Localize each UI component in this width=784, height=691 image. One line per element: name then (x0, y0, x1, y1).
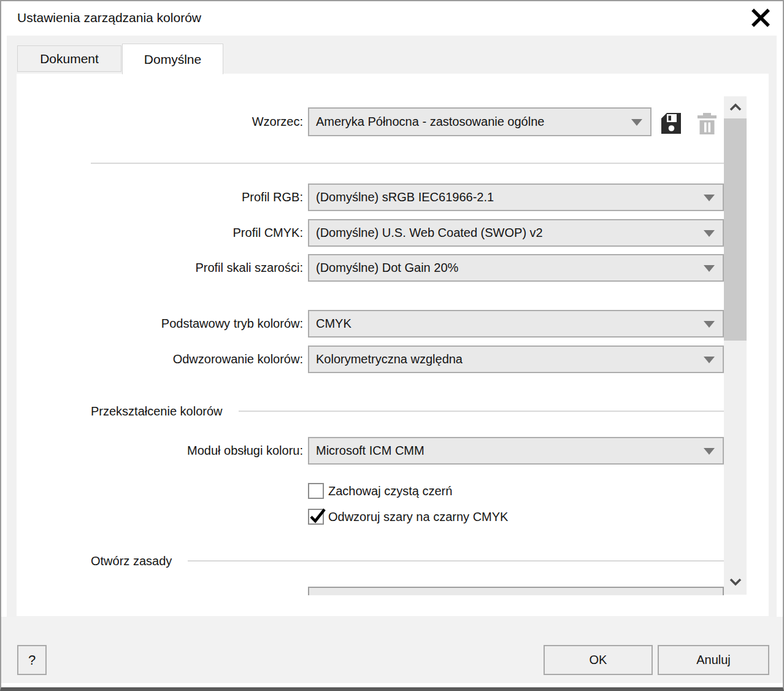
color-engine-row: Moduł obsługi koloru: Microsoft ICM CMM (17, 437, 769, 465)
primary-color-mode-row: Podstawowy tryb kolorów: CMYK (17, 310, 769, 338)
dialog-title: Ustawienia zarządzania kolorów (17, 10, 201, 25)
close-button[interactable] (747, 5, 774, 32)
preset-label: Wzorzec: (17, 107, 303, 136)
grayscale-profile-label: Profil skali szarości: (17, 254, 303, 282)
grayscale-profile-row: Profil skali szarości: (Domyślne) Dot Ga… (17, 254, 769, 282)
section-open-policies-label: Otwórz zasady (91, 554, 172, 568)
tab-panel: Dokument Domyślne Wzorzec: Ameryka Półno… (7, 36, 777, 617)
scroll-down-icon[interactable] (729, 577, 742, 589)
grayscale-profile-value: (Domyślne) Dot Gain 20% (316, 261, 458, 275)
rgb-profile-label: Profil RGB: (17, 183, 303, 211)
chevron-down-icon (704, 321, 715, 328)
section-rule (239, 411, 724, 412)
preserve-pure-black-row: Zachowaj czystą czerń (308, 483, 452, 499)
ok-button[interactable]: OK (544, 645, 653, 675)
checkmark-icon (309, 506, 327, 525)
separator (91, 163, 724, 164)
rendering-intent-row: Odwzorowanie kolorów: Kolorymetryczna wz… (17, 345, 769, 373)
map-gray-to-black-checkbox[interactable] (308, 509, 324, 525)
save-preset-floppy-icon (660, 128, 682, 137)
map-gray-to-black-label[interactable]: Odwzoruj szary na czarny CMYK (328, 510, 508, 524)
scroll-up-icon[interactable] (729, 103, 742, 114)
trash-icon (696, 128, 718, 137)
rendering-intent-select[interactable]: Kolorymetryczna względna (308, 345, 724, 373)
color-engine-select[interactable]: Microsoft ICM CMM (308, 437, 724, 465)
preserve-pure-black-label[interactable]: Zachowaj czystą czerń (328, 484, 452, 498)
vertical-scrollbar[interactable] (724, 96, 747, 595)
chevron-down-icon (704, 357, 715, 363)
tab-content: Wzorzec: Ameryka Północna - zastosowanie… (17, 74, 769, 616)
chevron-down-icon (704, 230, 715, 237)
scrollbar-thumb[interactable] (724, 118, 747, 341)
tab-dokument-label: Dokument (40, 52, 99, 66)
tab-dokument[interactable]: Dokument (17, 45, 121, 72)
preset-value: Ameryka Północna - zastosowanie ogólne (316, 115, 544, 129)
section-color-transformation: Przekształcenie kolorów (91, 398, 724, 425)
color-engine-value: Microsoft ICM CMM (316, 444, 425, 458)
section-rule (188, 560, 724, 562)
cancel-button[interactable]: Anuluj (658, 645, 769, 675)
clipped-combo[interactable] (308, 587, 724, 595)
preset-row: Wzorzec: Ameryka Północna - zastosowanie… (17, 107, 769, 136)
close-icon (750, 7, 772, 31)
section-color-transformation-label: Przekształcenie kolorów (91, 404, 223, 419)
rgb-profile-value: (Domyślne) sRGB IEC61966-2.1 (316, 190, 494, 204)
chevron-down-icon (631, 119, 642, 126)
dialog-footer: ? OK Anuluj (1, 617, 783, 683)
rgb-profile-select[interactable]: (Domyślne) sRGB IEC61966-2.1 (308, 183, 724, 211)
section-open-policies: Otwórz zasady (91, 547, 724, 574)
primary-color-mode-label: Podstawowy tryb kolorów: (17, 310, 303, 338)
preserve-pure-black-checkbox[interactable] (308, 483, 324, 499)
color-management-dialog: Ustawienia zarządzania kolorów Dokument … (0, 0, 784, 691)
save-preset-button[interactable] (660, 112, 682, 135)
map-gray-to-black-row: Odwzoruj szary na czarny CMYK (308, 509, 508, 525)
tab-domyslne[interactable]: Domyślne (122, 44, 223, 74)
tab-domyslne-label: Domyślne (144, 52, 201, 67)
primary-color-mode-value: CMYK (316, 317, 352, 331)
color-engine-label: Moduł obsługi koloru: (17, 437, 303, 465)
preset-select[interactable]: Ameryka Północna - zastosowanie ogólne (308, 107, 651, 136)
rendering-intent-value: Kolorymetryczna względna (316, 352, 463, 366)
chevron-down-icon (704, 195, 715, 201)
cmyk-profile-select[interactable]: (Domyślne) U.S. Web Coated (SWOP) v2 (308, 219, 724, 247)
chevron-down-icon (704, 448, 715, 455)
cmyk-profile-value: (Domyślne) U.S. Web Coated (SWOP) v2 (316, 226, 543, 240)
primary-color-mode-select[interactable]: CMYK (308, 310, 724, 338)
cmyk-profile-row: Profil CMYK: (Domyślne) U.S. Web Coated … (17, 219, 769, 247)
chevron-down-icon (704, 265, 715, 272)
delete-preset-button[interactable] (696, 112, 718, 135)
rgb-profile-row: Profil RGB: (Domyślne) sRGB IEC61966-2.1 (17, 183, 769, 211)
help-button[interactable]: ? (17, 645, 47, 675)
grayscale-profile-select[interactable]: (Domyślne) Dot Gain 20% (308, 254, 724, 282)
cmyk-profile-label: Profil CMYK: (17, 219, 303, 247)
rendering-intent-label: Odwzorowanie kolorów: (17, 345, 303, 373)
